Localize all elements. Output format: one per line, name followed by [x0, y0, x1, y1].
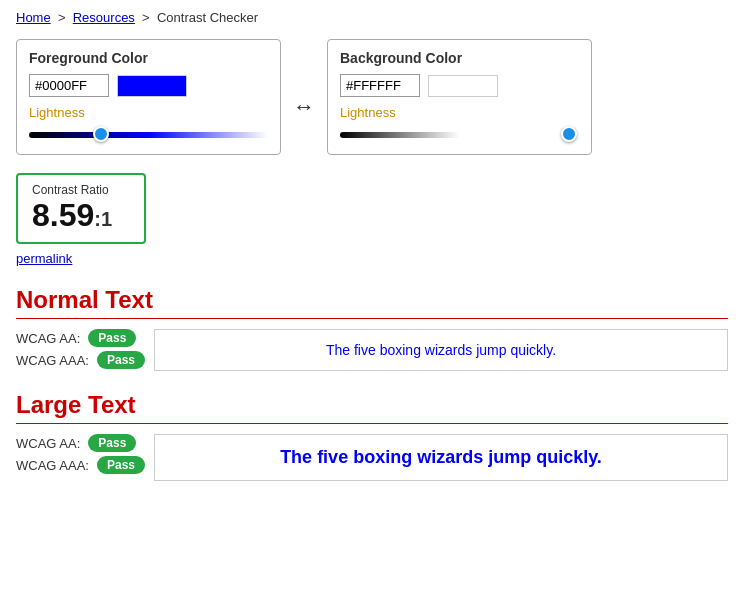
permalink-link[interactable]: permalink: [16, 251, 72, 266]
large-aa-row: WCAG AA: Pass: [16, 434, 146, 452]
normal-text-preview-box: The five boxing wizards jump quickly.: [154, 329, 728, 371]
background-title: Background Color: [340, 50, 579, 66]
breadcrumb-current: Contrast Checker: [157, 10, 258, 25]
background-swatch: [428, 75, 498, 97]
large-text-section: Large Text WCAG AA: Pass WCAG AAA: Pass …: [16, 391, 728, 481]
normal-text-wcag-row: WCAG AA: Pass WCAG AAA: Pass The five bo…: [16, 329, 728, 371]
foreground-lightness-label: Lightness: [29, 105, 268, 120]
contrast-colon: :1: [94, 208, 112, 230]
color-panels: Foreground Color Lightness ↔ Background …: [16, 39, 728, 155]
breadcrumb: Home > Resources > Contrast Checker: [16, 10, 728, 25]
background-slider-thumb[interactable]: [561, 126, 577, 142]
large-aaa-row: WCAG AAA: Pass: [16, 456, 146, 474]
foreground-slider-thumb[interactable]: [93, 126, 109, 142]
large-aaa-label: WCAG AAA:: [16, 458, 89, 473]
contrast-value-row: 8.59:1: [32, 197, 130, 234]
large-aa-badge: Pass: [88, 434, 136, 452]
normal-aaa-row: WCAG AAA: Pass: [16, 351, 146, 369]
large-text-wcag-labels: WCAG AA: Pass WCAG AAA: Pass: [16, 434, 146, 474]
breadcrumb-resources[interactable]: Resources: [73, 10, 135, 25]
swap-colors-button[interactable]: ↔: [293, 94, 315, 120]
foreground-panel: Foreground Color Lightness: [16, 39, 281, 155]
foreground-title: Foreground Color: [29, 50, 268, 66]
normal-aa-label: WCAG AA:: [16, 331, 80, 346]
foreground-input-row: [29, 74, 268, 97]
contrast-box: Contrast Ratio 8.59:1: [16, 173, 146, 244]
foreground-hex-input[interactable]: [29, 74, 109, 97]
contrast-value: 8.59: [32, 197, 94, 233]
permalink-row: permalink: [16, 250, 728, 266]
contrast-section: Contrast Ratio 8.59:1: [16, 173, 728, 250]
normal-aaa-label: WCAG AAA:: [16, 353, 89, 368]
large-text-title: Large Text: [16, 391, 728, 424]
normal-aa-row: WCAG AA: Pass: [16, 329, 146, 347]
normal-text-preview: The five boxing wizards jump quickly.: [326, 342, 556, 358]
large-text-wcag-row: WCAG AA: Pass WCAG AAA: Pass The five bo…: [16, 434, 728, 481]
foreground-slider[interactable]: [29, 124, 268, 144]
normal-text-wcag-labels: WCAG AA: Pass WCAG AAA: Pass: [16, 329, 146, 369]
large-text-preview: The five boxing wizards jump quickly.: [280, 447, 602, 467]
foreground-swatch: [117, 75, 187, 97]
background-slider-track: [340, 132, 579, 138]
normal-text-section: Normal Text WCAG AA: Pass WCAG AAA: Pass…: [16, 286, 728, 371]
normal-text-title: Normal Text: [16, 286, 728, 319]
background-slider[interactable]: [340, 124, 579, 144]
normal-aaa-badge: Pass: [97, 351, 145, 369]
large-aa-label: WCAG AA:: [16, 436, 80, 451]
foreground-slider-track: [29, 132, 268, 138]
background-hex-input[interactable]: [340, 74, 420, 97]
background-input-row: [340, 74, 579, 97]
background-lightness-label: Lightness: [340, 105, 579, 120]
contrast-label: Contrast Ratio: [32, 183, 130, 197]
large-text-preview-box: The five boxing wizards jump quickly.: [154, 434, 728, 481]
normal-aa-badge: Pass: [88, 329, 136, 347]
large-aaa-badge: Pass: [97, 456, 145, 474]
breadcrumb-home[interactable]: Home: [16, 10, 51, 25]
background-panel: Background Color Lightness: [327, 39, 592, 155]
